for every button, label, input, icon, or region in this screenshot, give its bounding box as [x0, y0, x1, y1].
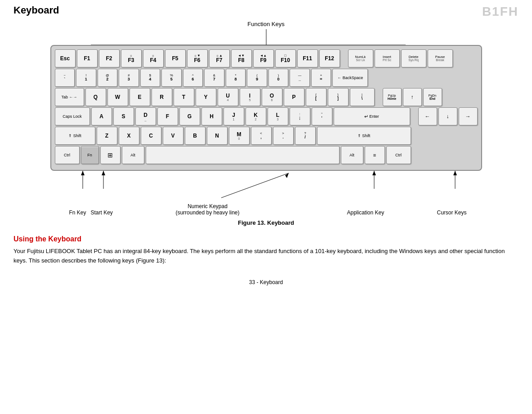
key-shift-left[interactable]: ⇑ Shift	[55, 127, 95, 145]
key-b[interactable]: B	[185, 127, 206, 145]
key-n[interactable]: N	[207, 127, 228, 145]
key-equal[interactable]: +=	[311, 69, 331, 87]
key-insert[interactable]: InsertPrt Sc	[375, 49, 400, 67]
row-caps: Caps Lock A S D_ F G H J1 K2 L3 :; "' ↵E…	[55, 107, 478, 125]
function-keys-label: Function Keys	[13, 21, 519, 27]
key-c[interactable]: C	[141, 127, 161, 145]
page-title: Keyboard	[13, 4, 519, 16]
key-9[interactable]: (9	[247, 69, 267, 87]
key-k[interactable]: K2	[246, 107, 266, 125]
key-esc[interactable]: Esc	[55, 49, 76, 67]
key-period[interactable]: >.	[273, 127, 294, 145]
key-s[interactable]: S	[113, 107, 134, 125]
key-f8[interactable]: ◄▼F8	[231, 49, 252, 67]
svg-marker-13	[453, 171, 457, 175]
page-footer: 33 - Keyboard	[13, 279, 519, 285]
application-key-label: Application Key	[347, 209, 384, 216]
key-fn[interactable]: Fn	[81, 146, 99, 164]
key-m[interactable]: M0	[229, 127, 250, 145]
svg-marker-11	[372, 171, 376, 175]
key-enter[interactable]: ↵Enter	[334, 107, 410, 125]
key-t[interactable]: T	[174, 88, 194, 106]
key-f1[interactable]: F1	[77, 49, 98, 67]
key-numlk[interactable]: NumLkScr Lk	[348, 49, 373, 67]
key-i[interactable]: I5	[240, 88, 260, 106]
key-bracket-right[interactable]: }]	[328, 88, 349, 106]
key-nav-left[interactable]: ←	[418, 107, 437, 125]
key-0[interactable]: )0	[268, 69, 289, 87]
start-key-label: Start Key	[91, 209, 113, 216]
key-f12[interactable]: F12	[319, 49, 340, 67]
key-comma[interactable]: <,	[251, 127, 272, 145]
key-l[interactable]: L3	[268, 107, 288, 125]
key-f5[interactable]: F5	[165, 49, 186, 67]
key-f3[interactable]: ☼F3	[121, 49, 142, 67]
key-nav-right[interactable]: →	[459, 107, 478, 125]
key-5[interactable]: %5	[161, 69, 182, 87]
key-6[interactable]: ^6	[183, 69, 203, 87]
key-f[interactable]: F	[157, 107, 178, 125]
key-e[interactable]: E	[130, 88, 150, 106]
key-shift-right[interactable]: ⇑ Shift	[317, 127, 411, 145]
key-3[interactable]: #3	[119, 69, 139, 87]
key-y[interactable]: Y	[196, 88, 216, 106]
key-q[interactable]: Q	[85, 88, 106, 106]
key-bracket-left[interactable]: {[	[306, 88, 326, 106]
key-backslash[interactable]: |\	[350, 88, 375, 106]
keyboard-section: Function Keys Esc F1 F2 ☼F3 ☼F4 F5 ☼▼F6	[13, 21, 519, 226]
key-o[interactable]: O6	[262, 88, 282, 106]
key-f7[interactable]: ☼▲F7	[209, 49, 230, 67]
key-backspace[interactable]: ← BackSpace	[332, 69, 368, 87]
key-delete[interactable]: DeleteSys Rq	[401, 49, 426, 67]
row-bottom: Ctrl Fn ⊞ Alt Alt ≡ Ctrl	[55, 146, 478, 164]
key-f2[interactable]: F2	[99, 49, 120, 67]
key-r[interactable]: R	[152, 88, 172, 106]
key-nav-pgup[interactable]: PgUpHome	[383, 88, 402, 106]
row-function: Esc F1 F2 ☼F3 ☼F4 F5 ☼▼F6 ☼▲F7 ◄▼F8 ◄▲F9…	[55, 49, 478, 67]
key-quote[interactable]: "'	[312, 107, 332, 125]
key-j[interactable]: J1	[224, 107, 244, 125]
key-semicolon[interactable]: :;	[290, 107, 310, 125]
key-pause[interactable]: PauseBreak	[428, 49, 453, 67]
key-v[interactable]: V	[163, 127, 183, 145]
key-1[interactable]: !1	[76, 69, 96, 87]
fn-key-label: Fn Key	[69, 209, 86, 216]
key-w[interactable]: W	[107, 88, 128, 106]
key-nav-pgdn[interactable]: PgDnEnd	[423, 88, 442, 106]
key-a[interactable]: A	[91, 107, 112, 125]
key-alt-right[interactable]: Alt	[341, 146, 363, 164]
key-8[interactable]: *8	[226, 69, 246, 87]
key-minus[interactable]: —_	[290, 69, 310, 87]
key-ctrl-left[interactable]: Ctrl	[55, 146, 80, 164]
brand-tag: B1FH	[482, 4, 519, 19]
key-capslock[interactable]: Caps Lock	[55, 107, 90, 125]
key-nav-down[interactable]: ↓	[438, 107, 457, 125]
key-f11[interactable]: F11	[297, 49, 318, 67]
key-f9[interactable]: ◄▲F9	[253, 49, 274, 67]
key-tilde[interactable]: ~`	[55, 69, 75, 87]
key-slash[interactable]: ?/	[295, 127, 316, 145]
row-number: ~` !1 @2 #3 $4 %5 ^6 &7 *8 (9 )0 —_ += ←…	[55, 69, 478, 87]
svg-line-8	[221, 173, 289, 198]
key-tab[interactable]: Tab ←→	[55, 88, 84, 106]
key-7[interactable]: &7	[204, 69, 224, 87]
key-windows[interactable]: ⊞	[100, 146, 121, 164]
key-d[interactable]: D_	[135, 107, 156, 125]
key-ctrl-right[interactable]: Ctrl	[386, 146, 411, 164]
key-4[interactable]: $4	[140, 69, 161, 87]
key-space[interactable]	[146, 146, 340, 164]
key-2[interactable]: @2	[98, 69, 118, 87]
key-application[interactable]: ≡	[365, 146, 385, 164]
svg-marker-7	[102, 171, 105, 175]
key-alt-left[interactable]: Alt	[122, 146, 144, 164]
key-z[interactable]: Z	[97, 127, 117, 145]
key-u[interactable]: U4	[218, 88, 238, 106]
key-f10[interactable]: □F10	[275, 49, 296, 67]
key-p[interactable]: P	[284, 88, 304, 106]
key-h[interactable]: H	[201, 107, 222, 125]
key-x[interactable]: X	[119, 127, 139, 145]
key-f4[interactable]: ☼F4	[143, 49, 164, 67]
key-nav-up[interactable]: ↑	[403, 88, 422, 106]
key-g[interactable]: G	[179, 107, 200, 125]
key-f6[interactable]: ☼▼F6	[187, 49, 208, 67]
